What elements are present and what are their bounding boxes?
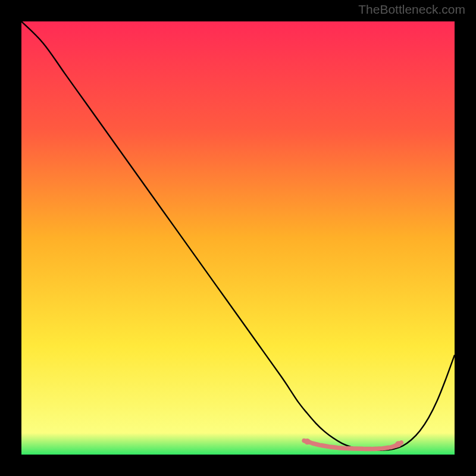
svg-line-10 [382, 447, 389, 449]
svg-line-4 [330, 447, 337, 447]
svg-line-3 [321, 445, 328, 446]
svg-point-13 [304, 439, 310, 444]
watermark-text: TheBottleneck.com [358, 2, 465, 17]
svg-line-5 [339, 448, 345, 449]
svg-line-9 [373, 449, 380, 449]
svg-line-2 [313, 443, 320, 445]
chart-plot-area [21, 21, 455, 455]
emphasis-markers [21, 21, 455, 455]
svg-point-14 [395, 441, 401, 447]
